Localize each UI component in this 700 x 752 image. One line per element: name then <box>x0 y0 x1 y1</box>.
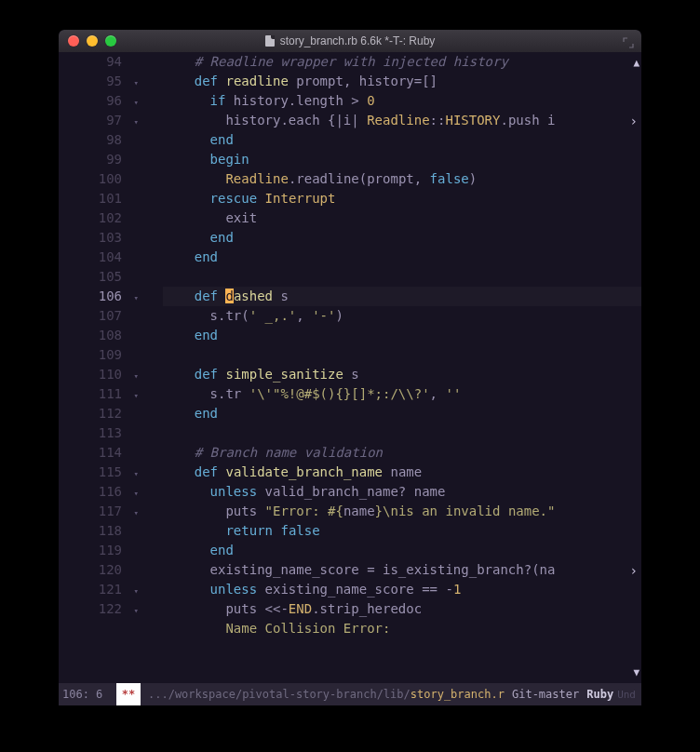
code-line[interactable] <box>163 345 641 365</box>
code-line[interactable]: Readline.readline(prompt, false) <box>163 169 641 189</box>
code-line[interactable]: # Branch name validation <box>163 443 641 463</box>
line-number: 115▾ <box>59 463 157 482</box>
code-line[interactable]: def validate_branch_name name <box>163 463 641 482</box>
zoom-button[interactable] <box>105 35 116 47</box>
line-number: 101 <box>59 189 157 208</box>
title-text: story_branch.rb 6.6k *-T-: Ruby <box>280 34 436 47</box>
language-mode[interactable]: Ruby <box>586 688 613 701</box>
code-line[interactable]: unless existing_name_score == -1 <box>163 580 641 599</box>
code-line[interactable]: return false <box>163 521 641 541</box>
line-number: 111▾ <box>59 384 157 404</box>
app-window: story_branch.rb 6.6k *-T-: Ruby 9495▾96▾… <box>59 30 641 705</box>
line-number: 96▾ <box>59 91 157 111</box>
modified-indicator: ** <box>116 683 141 705</box>
line-number-gutter: 9495▾96▾97▾9899100101102103104105106▾107… <box>59 52 163 683</box>
line-number: 110▾ <box>59 365 157 384</box>
code-line[interactable]: end <box>163 326 641 345</box>
code-line[interactable] <box>163 267 641 287</box>
line-number: 117▾ <box>59 502 157 521</box>
code-line[interactable]: end <box>163 248 641 267</box>
fold-marker[interactable]: ▾ <box>134 504 139 523</box>
scroll-down-arrow[interactable]: ▼ <box>633 663 639 682</box>
line-number: 94 <box>59 52 157 72</box>
fold-marker[interactable]: ▾ <box>134 367 139 386</box>
fold-marker[interactable]: ▾ <box>134 601 139 621</box>
fold-marker[interactable]: ▾ <box>134 74 139 93</box>
titlebar: story_branch.rb 6.6k *-T-: Ruby <box>59 30 641 52</box>
line-number: 112 <box>59 404 157 423</box>
window-title: story_branch.rb 6.6k *-T-: Ruby <box>59 34 641 47</box>
scroll-up-arrow[interactable]: ▲ <box>633 53 639 73</box>
code-line[interactable]: # Readline wrapper with injected history <box>163 52 641 72</box>
fold-marker[interactable]: ▾ <box>134 464 139 484</box>
code-line[interactable]: begin <box>163 150 641 169</box>
code-line[interactable]: end <box>163 541 641 560</box>
line-number: 104 <box>59 248 157 267</box>
line-number: 102 <box>59 208 157 228</box>
code-line[interactable]: unless valid_branch_name? name <box>163 482 641 502</box>
code-line[interactable]: puts "Error: #{name}\nis an invalid name… <box>163 502 641 521</box>
file-name: story_branch.rb <box>411 688 505 701</box>
line-number: 98 <box>59 130 157 150</box>
line-number: 105 <box>59 267 157 287</box>
fold-marker[interactable]: ▾ <box>134 93 139 113</box>
code-line[interactable]: end <box>163 228 641 248</box>
code-line[interactable]: rescue Interrupt <box>163 189 641 208</box>
line-number: 119 <box>59 541 157 560</box>
line-number: 99 <box>59 150 157 169</box>
fold-marker[interactable]: ▾ <box>134 484 139 504</box>
line-number: 118 <box>59 521 157 541</box>
line-number: 103 <box>59 228 157 248</box>
line-number: 116▾ <box>59 482 157 502</box>
fold-marker[interactable]: ▾ <box>134 289 139 308</box>
fold-marker[interactable]: ▾ <box>134 113 139 132</box>
line-overflow-indicator: › <box>630 561 638 581</box>
path-prefix: .../workspace/pivotal-story-branch/lib/ <box>148 688 411 701</box>
code-line[interactable]: def dashed s <box>163 287 641 306</box>
editor-area[interactable]: 9495▾96▾97▾9899100101102103104105106▾107… <box>59 52 641 683</box>
code-line[interactable]: end <box>163 130 641 150</box>
code-line[interactable]: puts <<-END.strip_heredoc <box>163 599 641 619</box>
line-number: 114 <box>59 443 157 463</box>
fold-marker[interactable]: ▾ <box>134 386 139 406</box>
code-line[interactable]: s.tr(' _,.', '-') <box>163 306 641 326</box>
line-number: 107 <box>59 306 157 326</box>
close-button[interactable] <box>68 35 79 47</box>
line-number: 97▾ <box>59 111 157 130</box>
file-path: .../workspace/pivotal-story-branch/lib/s… <box>148 688 505 701</box>
line-number: 120 <box>59 560 157 580</box>
code-content[interactable]: # Readline wrapper with injected history… <box>163 52 641 683</box>
code-line[interactable] <box>163 423 641 443</box>
traffic-lights <box>68 35 116 47</box>
line-number: 113 <box>59 423 157 443</box>
vcs-status[interactable]: Git-master <box>512 688 579 701</box>
line-number: 100 <box>59 169 157 189</box>
code-line[interactable]: if history.length > 0 <box>163 91 641 111</box>
minimize-button[interactable] <box>87 35 98 47</box>
line-number: 109 <box>59 345 157 365</box>
document-icon <box>265 35 275 47</box>
status-bar: 106: 6 ** .../workspace/pivotal-story-br… <box>59 683 641 705</box>
line-number: 95▾ <box>59 72 157 91</box>
code-line[interactable]: def simple_sanitize s <box>163 365 641 384</box>
code-line[interactable]: end <box>163 404 641 423</box>
code-line[interactable]: def readline prompt, history=[] <box>163 72 641 91</box>
code-line[interactable]: s.tr '\'"%!@#$(){}[]*;:/\\?', '' <box>163 384 641 404</box>
encoding-hint: Und <box>617 689 636 701</box>
code-line[interactable]: exit <box>163 208 641 228</box>
code-line[interactable]: existing_name_score = is_existing_branch… <box>163 560 641 580</box>
line-overflow-indicator: › <box>630 112 638 131</box>
line-number: 106▾ <box>59 287 157 306</box>
code-line[interactable]: Name Collision Error: <box>163 619 641 638</box>
line-number: 122▾ <box>59 599 157 619</box>
line-number: 121▾ <box>59 580 157 599</box>
code-line[interactable]: history.each {|i| Readline::HISTORY.push… <box>163 111 641 130</box>
cursor-position: 106: 6 <box>59 688 116 701</box>
fold-marker[interactable]: ▾ <box>134 582 139 601</box>
line-number: 108 <box>59 326 157 345</box>
fullscreen-icon[interactable] <box>623 34 634 46</box>
